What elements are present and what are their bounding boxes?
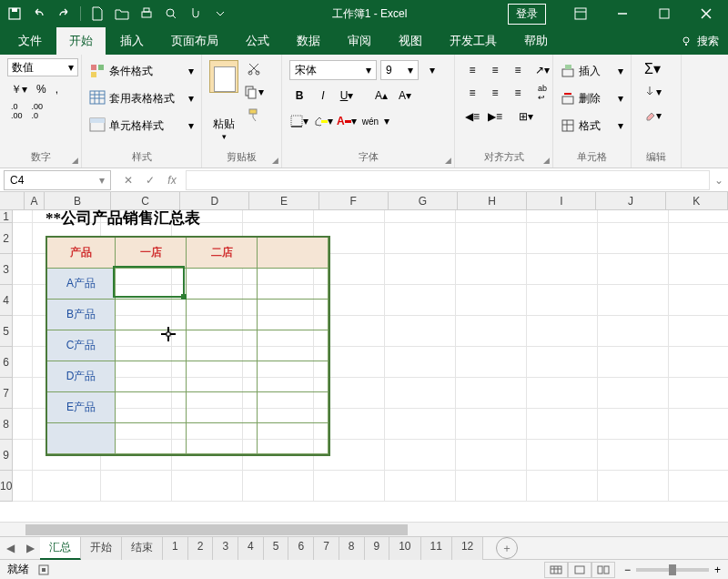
table-cell[interactable] <box>258 300 329 330</box>
table-row-label[interactable]: D产品 <box>47 361 116 392</box>
cell[interactable] <box>13 440 33 471</box>
table-cell[interactable] <box>258 392 329 423</box>
col-header-J[interactable]: J <box>596 192 665 209</box>
cell[interactable] <box>669 409 728 440</box>
sheet-tab[interactable]: 12 <box>452 537 483 560</box>
maximize-icon[interactable] <box>646 0 682 27</box>
table-row-label[interactable]: C产品 <box>47 330 116 361</box>
cell[interactable] <box>13 347 33 378</box>
table-cell[interactable] <box>258 330 329 361</box>
row-header-9[interactable]: 9 <box>0 440 13 471</box>
font-size-combo[interactable]: 9▾ <box>380 60 419 80</box>
table-cell[interactable] <box>116 423 187 454</box>
align-center-button[interactable]: ≡ <box>485 83 505 103</box>
table-row-label[interactable]: A产品 <box>47 269 116 300</box>
tab-pagelayout[interactable]: 页面布局 <box>158 27 231 55</box>
increase-decimal-button[interactable]: .0.00 <box>7 102 26 120</box>
row-header-10[interactable]: 10 <box>0 471 13 502</box>
wrap-text-button[interactable]: ab↩ <box>531 83 554 103</box>
cell[interactable] <box>314 471 385 502</box>
cut-button[interactable] <box>244 58 264 78</box>
preview-icon[interactable] <box>160 3 182 25</box>
sheet-tab[interactable]: 7 <box>314 537 339 560</box>
table-cell[interactable] <box>116 392 187 423</box>
tab-home[interactable]: 开始 <box>56 27 106 55</box>
row-header-8[interactable]: 8 <box>0 409 13 440</box>
cell[interactable] <box>598 440 669 471</box>
expand-formula-bar-icon[interactable]: ⌄ <box>710 174 728 187</box>
cell[interactable] <box>456 316 527 347</box>
table-header[interactable]: 一店 <box>116 238 187 269</box>
zoom-in-button[interactable]: + <box>714 564 721 576</box>
cell[interactable] <box>527 347 598 378</box>
table-header[interactable] <box>258 238 329 269</box>
paste-button[interactable]: 粘贴 ▾ <box>209 58 238 147</box>
cell[interactable] <box>385 210 456 223</box>
col-header-H[interactable]: H <box>458 192 527 209</box>
cell[interactable] <box>669 210 728 223</box>
table-cell[interactable] <box>187 392 258 423</box>
cell[interactable] <box>243 210 314 223</box>
orientation-button[interactable]: ↗▾ <box>531 60 554 80</box>
cell[interactable] <box>13 378 33 409</box>
name-box[interactable]: C4▾ <box>4 170 111 190</box>
page-layout-view-button[interactable] <box>568 562 592 578</box>
col-header-E[interactable]: E <box>249 192 318 209</box>
cell[interactable] <box>669 347 728 378</box>
increase-font-button[interactable]: A▴ <box>371 86 391 106</box>
cell[interactable] <box>527 210 598 223</box>
tab-data[interactable]: 数据 <box>284 27 333 55</box>
format-as-table-button[interactable]: 套用表格格式▾ <box>89 87 194 109</box>
row-header-7[interactable]: 7 <box>0 378 13 409</box>
login-button[interactable]: 登录 <box>508 4 546 25</box>
cell[interactable] <box>172 471 243 502</box>
cell[interactable] <box>385 378 456 409</box>
cell[interactable] <box>385 409 456 440</box>
cell[interactable] <box>527 378 598 409</box>
border-button[interactable]: ▾ <box>289 111 309 131</box>
cell[interactable] <box>527 471 598 502</box>
sheet-tab[interactable]: 2 <box>188 537 214 560</box>
select-all-corner[interactable] <box>0 192 25 209</box>
number-format-combo[interactable]: 数值▾ <box>7 58 78 76</box>
sheet-tab[interactable]: 9 <box>365 537 390 560</box>
cell[interactable] <box>527 223 598 254</box>
delete-cells-button[interactable]: 删除▾ <box>561 87 623 109</box>
macro-record-icon[interactable] <box>38 564 49 575</box>
clear-button[interactable]: ▾ <box>639 106 666 126</box>
tab-scroll-left-icon[interactable]: ◀ <box>2 540 18 556</box>
sheet-tab[interactable]: 6 <box>288 537 314 560</box>
col-header-I[interactable]: I <box>527 192 596 209</box>
cell[interactable] <box>669 316 728 347</box>
cell[interactable] <box>13 316 33 347</box>
cell[interactable] <box>669 378 728 409</box>
table-cell[interactable] <box>116 330 187 361</box>
cell[interactable] <box>598 254 669 285</box>
cell[interactable] <box>13 254 33 285</box>
enter-formula-icon[interactable]: ✓ <box>140 170 160 190</box>
cell[interactable] <box>385 347 456 378</box>
cancel-formula-icon[interactable]: ✕ <box>118 170 138 190</box>
sheet-tab[interactable]: 5 <box>264 537 289 560</box>
fill-button[interactable]: ▾ <box>639 82 666 102</box>
redo-icon[interactable] <box>53 3 75 25</box>
cell[interactable] <box>669 285 728 316</box>
cell[interactable] <box>385 285 456 316</box>
cell[interactable] <box>669 471 728 502</box>
phonetic-button[interactable]: wén <box>360 111 380 131</box>
fx-icon[interactable]: fx <box>162 170 182 190</box>
cell[interactable] <box>13 471 33 502</box>
table-cell[interactable] <box>116 300 187 330</box>
row-header-6[interactable]: 6 <box>0 347 13 378</box>
align-top-button[interactable]: ≡ <box>462 60 482 80</box>
new-sheet-button[interactable]: ＋ <box>496 537 518 559</box>
col-header-F[interactable]: F <box>319 192 389 209</box>
cell[interactable] <box>385 440 456 471</box>
row-header-2[interactable]: 2 <box>0 223 13 254</box>
table-cell[interactable] <box>258 361 329 392</box>
normal-view-button[interactable] <box>544 562 568 578</box>
sheet-tab[interactable]: 10 <box>389 537 420 560</box>
dialog-launcher-icon[interactable]: ◢ <box>543 156 550 165</box>
underline-button[interactable]: U▾ <box>337 86 357 106</box>
cell[interactable] <box>598 347 669 378</box>
